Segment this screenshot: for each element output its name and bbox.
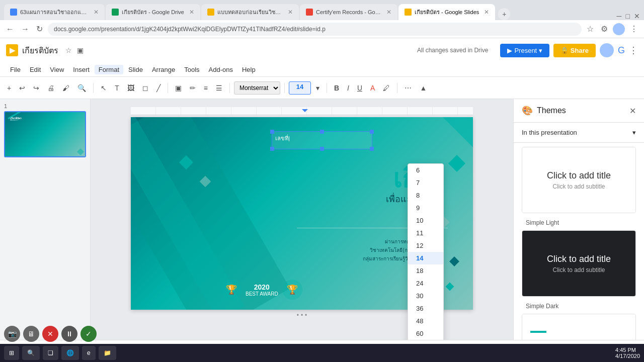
tab-1[interactable]: 63แผนการสอนวิชาออกแบบ - Goo... ✕ [4,4,105,20]
edge-taskbar-btn[interactable]: e [82,346,96,360]
fontsize-60[interactable]: 60 [408,327,443,340]
menu-slide[interactable]: Slide [124,65,147,74]
slide-thumbnail-1[interactable]: เกียรติบัตร เพื่อแสดงว่า [4,111,86,157]
font-selector[interactable]: Montserrat [234,81,280,95]
tab3-close[interactable]: ✕ [288,9,293,16]
corner-triangle [443,117,473,147]
slides-icon[interactable]: ▣ [76,45,85,55]
underline-btn[interactable]: U [354,82,365,94]
menu-file[interactable]: File [6,65,25,74]
theme-card-2[interactable]: Click to add title Click to add subtitle [522,230,636,297]
canvas-area[interactable]: เกีย เลขที่| เพื่อแสดงว่า [91,99,513,340]
align-btn[interactable]: ≡ [201,82,211,94]
slide-expand-dots[interactable]: • • • [297,312,307,319]
themes-close-btn[interactable]: ✕ [629,106,636,116]
bookmark-icon[interactable]: ☆ [585,22,596,36]
theme-card-1[interactable]: Click to add title Click to add subtitle [522,147,636,213]
italic-btn[interactable]: I [344,82,352,94]
record-btn-screen[interactable]: 🖥 [23,326,39,342]
menu-help[interactable]: Help [238,65,260,74]
fontsize-9[interactable]: 9 [408,202,443,214]
menu-view[interactable]: View [46,65,68,74]
undo-btn[interactable]: ↩ [16,82,28,94]
refresh-btn[interactable]: ↻ [34,22,45,36]
tab1-close[interactable]: ✕ [94,9,99,16]
pause-btn[interactable]: ⏸ [61,326,77,342]
google-icon[interactable]: G [618,45,625,56]
fontsize-11[interactable]: 11 [408,227,443,239]
menu-edit[interactable]: Edit [26,65,45,74]
fontsize-10[interactable]: 10 [408,214,443,227]
tab4-close[interactable]: ✕ [386,9,391,16]
tab5-close[interactable]: ✕ [484,9,489,16]
menu-icon[interactable]: ⋮ [628,22,640,36]
text-box-selected[interactable]: เลขที่| [272,131,372,149]
start-btn[interactable]: ⊞ [4,346,19,360]
search-btn[interactable]: 🔍 [22,346,40,360]
print-btn[interactable]: 🖨 [44,82,57,94]
border-color-btn[interactable]: ✏ [187,82,199,94]
fontsize-48[interactable]: 48 [408,315,443,327]
fontsize-6[interactable]: 6 [408,164,443,176]
more-btn[interactable]: ⋯ [401,82,415,94]
explorer-taskbar-btn[interactable]: 📁 [99,346,116,360]
fontsize-36[interactable]: 36 [408,302,443,315]
record-btn-cam[interactable]: 📷 [4,326,20,342]
cursor-btn[interactable]: ↖ [98,82,110,94]
menu-arrange[interactable]: Arrange [148,65,179,74]
address-bar[interactable]: docs.google.com/presentation/d/1jgK2404j… [48,23,582,36]
fontsize-12[interactable]: 12 [408,239,443,252]
tab2-close[interactable]: ✕ [189,9,194,16]
shapes-btn[interactable]: ◻ [139,82,151,94]
back-btn[interactable]: ← [4,23,16,36]
header-right: ▶ Present ▾ 🔒 Share G ⋮ [500,43,638,57]
fontsize-8[interactable]: 8 [408,189,443,202]
fontsize-30[interactable]: 30 [408,290,443,302]
close-btn[interactable]: ✕ [634,12,640,20]
paint-format-btn[interactable]: 🖌 [59,82,72,94]
zoom-btn[interactable]: 🔍 [74,82,89,94]
profile-avatar[interactable] [613,23,625,35]
font-size-dropdown-btn[interactable]: ▾ [313,82,323,94]
user-avatar[interactable] [600,43,614,57]
stop-btn[interactable]: ✕ [42,326,58,342]
fontsize-7[interactable]: 7 [408,176,443,189]
taskview-btn[interactable]: ❑ [43,346,58,360]
fontsize-18[interactable]: 18 [408,264,443,277]
text-color-btn[interactable]: A [367,82,378,94]
menu-addons[interactable]: Add-ons [205,65,237,74]
tab-3[interactable]: แบบทดสอบก่อนเรียนวิชาไฟฟ้า - Goo... ✕ [201,4,299,20]
text-btn[interactable]: T [112,82,122,94]
themes-section-header[interactable]: In this presentation ▾ [522,127,636,138]
collapse-btn[interactable]: ▲ [417,82,430,94]
menu-insert[interactable]: Insert [69,65,94,74]
tab-2[interactable]: เกียรติบัตร - Google Drive ✕ [106,4,200,20]
fontsize-14[interactable]: 14 [408,252,443,264]
menu-format[interactable]: Format [95,65,123,74]
image-btn[interactable]: 🖼 [124,82,137,94]
list-btn[interactable]: ☰ [213,82,225,94]
chrome-taskbar-btn[interactable]: 🌐 [61,346,79,360]
extensions-icon[interactable]: ⚙ [599,22,610,36]
highlight-btn[interactable]: 🖊 [380,82,393,94]
maximize-btn[interactable]: □ [626,12,630,20]
confirm-btn[interactable]: ✓ [80,326,97,342]
tab-4[interactable]: Certify'em Records - Google S... ✕ [300,4,397,20]
font-size-input[interactable]: 14 [289,81,311,95]
forward-btn[interactable]: → [19,23,31,36]
grid-icon[interactable]: ⋮ [629,45,638,56]
star-icon[interactable]: ☆ [64,45,73,55]
add-element-btn[interactable]: + [4,82,14,94]
fontsize-24[interactable]: 24 [408,277,443,290]
bold-btn[interactable]: B [331,82,342,94]
bg-color-btn[interactable]: ▣ [172,82,185,94]
redo-btn[interactable]: ↪ [30,82,42,94]
tab-5[interactable]: เกียรติบัตร - Google Slides ✕ [398,4,495,20]
line-btn[interactable]: ╱ [153,82,164,94]
menu-tools[interactable]: Tools [180,65,203,74]
present-btn[interactable]: ▶ Present ▾ [500,44,549,57]
new-tab-btn[interactable]: + [498,8,510,20]
share-btn[interactable]: 🔒 Share [553,44,596,57]
theme-card-3[interactable]: Click to add title [522,314,636,340]
minimize-btn[interactable]: ─ [617,12,622,20]
